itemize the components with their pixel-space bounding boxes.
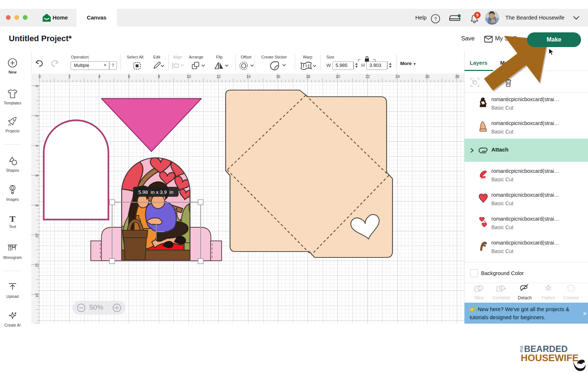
svg-text:10: 10	[187, 74, 191, 79]
svg-text:26: 26	[425, 74, 430, 79]
svg-text:4: 4	[98, 74, 100, 79]
svg-text:8: 8	[35, 204, 39, 207]
svg-text:28: 28	[455, 74, 459, 79]
svg-text:HOUSEWIFE: HOUSEWIFE	[521, 352, 578, 363]
svg-text:12: 12	[216, 74, 221, 79]
svg-text:6: 6	[128, 74, 130, 79]
svg-text:0: 0	[39, 74, 41, 79]
svg-text:0: 0	[35, 85, 39, 87]
svg-text:5.98 in x 3.9 in: 5.98 in x 3.9 in	[138, 189, 173, 195]
svg-text:2: 2	[35, 115, 39, 117]
svg-text:?: ?	[434, 16, 437, 22]
svg-text:4: 4	[35, 145, 39, 147]
svg-text:14: 14	[246, 74, 251, 79]
svg-text:the: the	[519, 346, 524, 353]
svg-text:24: 24	[395, 74, 400, 79]
svg-text:14: 14	[35, 293, 39, 297]
svg-text:8: 8	[158, 74, 160, 79]
svg-text:22: 22	[366, 74, 370, 79]
svg-text:16: 16	[35, 323, 39, 324]
svg-text:20: 20	[336, 74, 340, 79]
svg-text:12: 12	[35, 263, 39, 267]
svg-text:16: 16	[276, 74, 280, 79]
svg-text:6: 6	[35, 174, 39, 177]
svg-text:2: 2	[68, 74, 71, 79]
svg-text:18: 18	[306, 74, 310, 79]
svg-text:10: 10	[35, 233, 39, 238]
